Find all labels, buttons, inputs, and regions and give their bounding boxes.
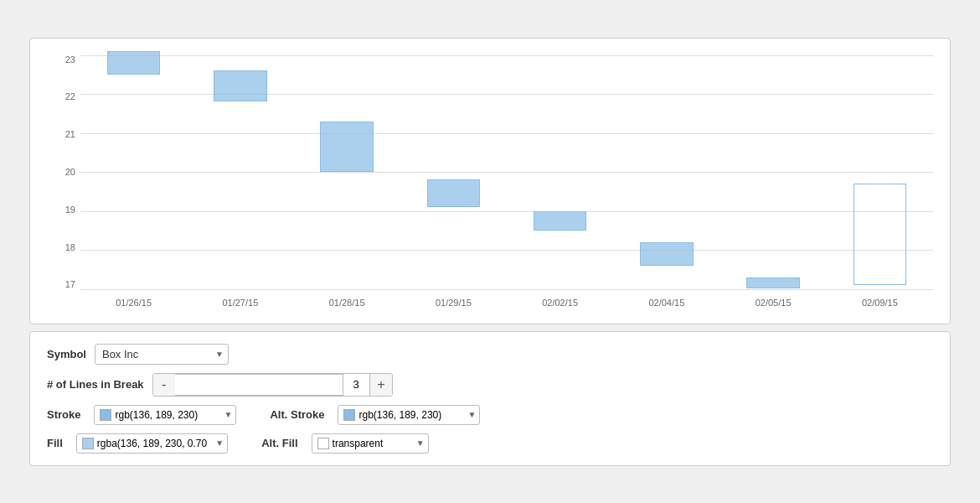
lines-break-label: # of Lines in Break bbox=[47, 378, 144, 391]
x-label-7: 02/09/15 bbox=[846, 298, 913, 308]
x-label-2: 01/28/15 bbox=[313, 298, 380, 308]
candle-01/27/15 bbox=[214, 70, 267, 101]
candle-01/26/15 bbox=[107, 51, 161, 75]
y-label-19: 19 bbox=[65, 205, 75, 215]
y-label-21: 21 bbox=[65, 130, 75, 139]
y-label-18: 18 bbox=[65, 243, 75, 252]
lines-stepper: - 3 + bbox=[152, 373, 393, 397]
symbol-select-wrapper: Box Inc ▼ bbox=[95, 344, 229, 365]
controls-panel: Symbol Box Inc ▼ # of Lines in Break - 3… bbox=[29, 331, 951, 466]
x-label-3: 01/29/15 bbox=[420, 298, 487, 308]
x-label-4: 02/02/15 bbox=[527, 298, 594, 308]
alt-stroke-swatch bbox=[343, 409, 355, 421]
lines-input[interactable] bbox=[175, 374, 343, 396]
grid-line-21 bbox=[80, 133, 933, 134]
stroke-label: Stroke bbox=[47, 408, 80, 421]
lines-minus-btn[interactable]: - bbox=[153, 374, 175, 396]
alt-fill-swatch bbox=[317, 438, 329, 449]
alt-stroke-dropdown-icon: ▼ bbox=[468, 410, 477, 419]
main-container: 23 22 21 20 19 18 17 01/26/15 01/27/15 0… bbox=[29, 38, 951, 466]
grid-line-18 bbox=[80, 250, 933, 251]
grid-line-19 bbox=[80, 211, 933, 212]
stroke-dropdown-icon: ▼ bbox=[224, 410, 233, 419]
lines-plus-btn[interactable]: + bbox=[370, 374, 392, 396]
chart-plot-area bbox=[80, 55, 933, 290]
fill-dropdown-icon: ▼ bbox=[215, 438, 224, 448]
candle-01/29/15 bbox=[427, 179, 481, 207]
alt-stroke-select[interactable]: rgb(136, 189, 230) ▼ bbox=[338, 405, 480, 425]
fill-value: rgba(136, 189, 230, 0.70 bbox=[97, 438, 207, 449]
symbol-row: Symbol Box Inc ▼ bbox=[47, 344, 933, 365]
y-axis: 23 22 21 20 19 18 17 bbox=[47, 55, 80, 290]
lines-value: 3 bbox=[343, 374, 370, 396]
x-label-6: 02/05/15 bbox=[740, 298, 807, 308]
y-label-17: 17 bbox=[65, 280, 75, 289]
candle-02/04/15 bbox=[640, 242, 694, 266]
fill-swatch bbox=[82, 438, 94, 449]
chart-panel: 23 22 21 20 19 18 17 01/26/15 01/27/15 0… bbox=[29, 38, 951, 324]
x-label-5: 02/04/15 bbox=[633, 298, 700, 308]
symbol-label: Symbol bbox=[47, 348, 86, 360]
candle-02/05/15 bbox=[746, 277, 800, 289]
grid-line-23 bbox=[80, 55, 933, 56]
y-label-22: 22 bbox=[65, 92, 75, 101]
alt-stroke-value: rgb(136, 189, 230) bbox=[358, 409, 441, 421]
candle-02/09/15 bbox=[854, 184, 907, 285]
stroke-swatch bbox=[100, 409, 111, 421]
symbol-select[interactable]: Box Inc bbox=[95, 344, 229, 365]
grid-line-20 bbox=[80, 172, 933, 173]
grid-line-22 bbox=[80, 94, 933, 95]
stroke-select[interactable]: rgb(136, 189, 230) ▼ bbox=[94, 405, 236, 425]
y-label-23: 23 bbox=[65, 55, 75, 65]
candle-02/02/15 bbox=[534, 211, 587, 231]
alt-stroke-label: Alt. Stroke bbox=[270, 408, 324, 421]
x-label-1: 01/27/15 bbox=[207, 298, 274, 308]
y-label-20: 20 bbox=[65, 168, 75, 177]
candle-01/28/15 bbox=[320, 122, 374, 172]
fill-row: Fill rgba(136, 189, 230, 0.70 ▼ Alt. Fil… bbox=[47, 433, 933, 454]
alt-fill-value: transparent bbox=[333, 438, 384, 449]
x-axis: 01/26/15 01/27/15 01/28/15 01/29/15 02/0… bbox=[80, 290, 933, 315]
stroke-value: rgb(136, 189, 230) bbox=[115, 409, 198, 421]
x-label-0: 01/26/15 bbox=[101, 298, 168, 308]
fill-label: Fill bbox=[47, 437, 63, 449]
lines-break-row: # of Lines in Break - 3 + bbox=[47, 373, 933, 397]
alt-fill-dropdown-icon: ▼ bbox=[416, 438, 425, 448]
alt-fill-label: Alt. Fill bbox=[261, 437, 297, 449]
chart-area: 23 22 21 20 19 18 17 01/26/15 01/27/15 0… bbox=[47, 55, 933, 315]
fill-select[interactable]: rgba(136, 189, 230, 0.70 ▼ bbox=[76, 433, 228, 454]
stroke-row: Stroke rgb(136, 189, 230) ▼ Alt. Stroke … bbox=[47, 405, 933, 425]
alt-fill-select[interactable]: transparent ▼ bbox=[312, 433, 429, 454]
